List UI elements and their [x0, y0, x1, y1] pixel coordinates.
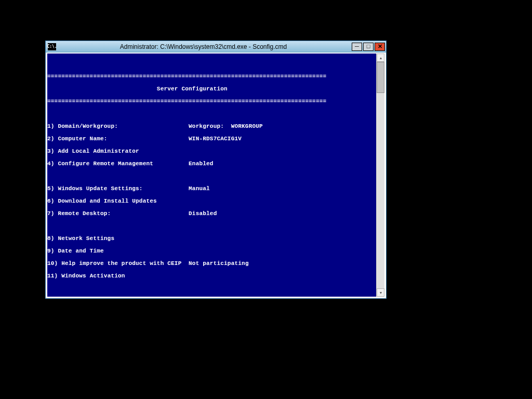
item-num: 11) [47, 273, 61, 279]
item-label: Date and Time [58, 248, 103, 254]
item-label: Help improve the product with CEIP [61, 260, 189, 267]
minimize-button[interactable]: ─ [352, 43, 362, 51]
item-num: 5) [47, 185, 58, 192]
titlebar[interactable]: C:\. Administrator: C:\Windows\system32\… [46, 41, 386, 52]
scrollbar-thumb[interactable] [377, 62, 384, 93]
item-label: Windows Activation [61, 273, 125, 279]
item-label: Remote Desktop: [58, 210, 189, 217]
item-label: Configure Remote Management [58, 161, 189, 167]
item-value: Not participating [189, 260, 249, 267]
cmd-window: C:\. Administrator: C:\Windows\system32\… [45, 41, 387, 299]
item-num: 2) [47, 136, 58, 142]
item-num: 7) [47, 210, 58, 217]
item-value: WIN-RDS7CACIG1V [189, 136, 242, 142]
menu-item-ceip: 10) Help improve the product with CEIP N… [47, 260, 376, 267]
window-title: Administrator: C:\Windows\system32\cmd.e… [56, 43, 351, 50]
menu-item-network-settings: 8) Network Settings [47, 235, 376, 242]
vertical-scrollbar[interactable]: ▴ ▾ [376, 54, 384, 297]
item-value: Enabled [189, 161, 214, 167]
item-value: Workgroup: WORKGROUP [189, 123, 263, 129]
blank-line [47, 223, 376, 229]
item-label: Domain/Workgroup: [58, 123, 189, 129]
menu-item-activation: 11) Windows Activation [47, 273, 376, 279]
menu-item-windows-update: 5) Windows Update Settings: Manual [47, 185, 376, 192]
item-num: 9) [47, 248, 58, 254]
item-num: 6) [47, 198, 58, 204]
menu-item-date-time: 9) Date and Time [47, 248, 376, 254]
item-num: 8) [47, 235, 58, 242]
blank-line [47, 61, 376, 67]
chevron-up-icon: ▴ [380, 56, 382, 60]
scrollbar-track[interactable] [377, 62, 384, 288]
blank-line [47, 285, 376, 291]
item-num: 1) [47, 123, 58, 129]
item-num: 10) [47, 260, 61, 267]
item-label: Download and Install Updates [58, 198, 156, 204]
header-title: Server Configuration [47, 86, 376, 92]
item-value: Manual [189, 185, 210, 192]
item-num: 4) [47, 161, 58, 167]
chevron-down-icon: ▾ [380, 290, 382, 295]
item-label: Computer Name: [58, 136, 189, 142]
maximize-button[interactable]: □ [363, 43, 374, 51]
window-controls: ─ □ ✕ [351, 43, 385, 51]
item-num: 3) [47, 148, 58, 154]
menu-item-remote-management: 4) Configure Remote Management Enabled [47, 161, 376, 167]
cmd-icon: C:\. [48, 43, 56, 50]
item-value: Disabled [189, 210, 217, 217]
menu-item-computer-name: 2) Computer Name: WIN-RDS7CACIG1V [47, 136, 376, 142]
scroll-up-button[interactable]: ▴ [377, 54, 384, 62]
item-label: Windows Update Settings: [58, 185, 189, 192]
menu-item-add-local-admin: 3) Add Local Administrator [47, 148, 376, 154]
menu-item-download-updates: 6) Download and Install Updates [47, 198, 376, 204]
menu-item-domain-workgroup: 1) Domain/Workgroup: Workgroup: WORKGROU… [47, 123, 376, 129]
blank-line [47, 173, 376, 179]
menu-item-remote-desktop: 7) Remote Desktop: Disabled [47, 210, 376, 217]
window-body: ========================================… [46, 52, 386, 298]
divider-line: ========================================… [47, 98, 376, 104]
item-label: Network Settings [58, 235, 114, 242]
divider-line: ========================================… [47, 73, 376, 79]
blank-line [47, 111, 376, 117]
scroll-down-button[interactable]: ▾ [377, 288, 384, 297]
item-label: Add Local Administrator [58, 148, 139, 154]
close-button[interactable]: ✕ [375, 43, 385, 51]
console-area[interactable]: ========================================… [47, 54, 376, 297]
